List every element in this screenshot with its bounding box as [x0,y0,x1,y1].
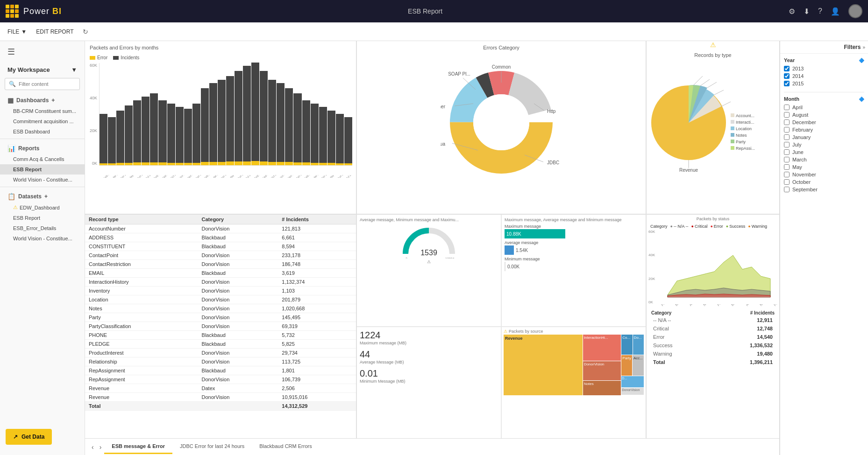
bar-group [285,88,293,165]
tab-jdbc-error[interactable]: JDBC Error for last 24 hours [172,440,252,454]
file-menu[interactable]: FILE ▼ [7,28,27,35]
packets-errors-panel: Packets and Errors by months Error Incid… [85,41,356,214]
datasets-section[interactable]: 📋 Datasets + [0,189,85,202]
month-november[interactable]: November [784,171,864,178]
svg-line-19 [721,102,731,106]
logo-text: Power BI [23,7,62,16]
sidebar-item-dataset-3[interactable]: World Vision - Constitue... [0,233,85,244]
chart1-chart-area: 60K 40K 20K 0K [85,63,356,175]
bar-group [176,107,184,165]
get-data-button[interactable]: ↗ Get Data [6,429,52,445]
metric-min: 0.01 Minimum Message (MB) [360,368,498,384]
hbar-panel: Maximum message, Average message and Min… [502,215,646,326]
packets-status-title: Packets by status [647,215,779,223]
add-dashboard-icon[interactable]: + [51,97,55,104]
legend-error: Error [90,55,107,60]
table-row: CONSTITUENTBlackbaud8,594 [85,242,356,251]
content-wrapper: Packets and Errors by months Error Incid… [85,41,868,455]
month-february[interactable]: February [784,126,864,133]
col-incidents[interactable]: # Incidents [278,215,356,224]
workspace-section[interactable]: My Workspace ▼ [0,63,85,75]
table-row: ContactPointDonorVision233,178 [85,251,356,260]
year-2013[interactable]: 2013 [784,65,864,72]
bar-group [336,114,344,165]
month-september[interactable]: September [784,186,864,193]
tab-blackbaud[interactable]: Blackbaud CRM Errors [252,440,319,454]
bar-group [158,100,166,165]
search-input[interactable] [19,81,76,87]
table-row: AccountNumberDonorVision121,813 [85,224,356,233]
svg-line-23 [693,76,703,85]
tab-left-arrow[interactable]: ‹ [89,443,97,451]
svg-line-21 [707,82,717,88]
donut-svg: Common Http JDBC Joshua Other SOAP Pl... [441,62,562,183]
col-record-type[interactable]: Record type [85,215,198,224]
bar-group [133,100,141,165]
sidebar-item-report-1[interactable]: ESB Report [0,164,85,175]
bar-group [167,104,175,165]
month-july[interactable]: July [784,141,864,148]
bar-group [142,97,149,165]
sidebar-item-dataset-1[interactable]: ESB Report [0,213,85,223]
month-january[interactable]: January [784,133,864,141]
sidebar-item-dashboard-2[interactable]: ESB Dashboard [0,126,85,137]
bar-group [201,88,209,165]
sidebar-item-dashboard-1[interactable]: Commitment acquisition ... [0,116,85,126]
hamburger-icon[interactable]: ☰ [0,41,85,63]
dashboard-icon: ▦ [7,97,14,104]
svg-text:Http: Http [547,109,556,114]
col-category[interactable]: Category [198,215,278,224]
reports-section[interactable]: 📊 Reports [0,141,85,154]
table-row: Total14,312,529 [85,402,356,411]
top-nav: Power BI ESB Report ⚙ ⬇ ? 👤 [0,0,868,22]
svg-text:Joshua: Joshua [441,141,445,147]
year-clear-icon[interactable]: 🔷 [859,58,864,63]
sidebar-item-dataset-0[interactable]: ⚠EDW_Dashboard [0,202,85,213]
svg-text:10884: 10884 [445,257,455,259]
table-scroll[interactable]: Record type Category # Incidents Account… [85,215,356,438]
chart1-y-labels: 60K 40K 20K 0K [86,63,99,166]
avatar[interactable] [848,4,862,18]
sidebar-item-dashboard-0[interactable]: BB-CRM Constituent sum... [0,106,85,116]
main-layout: ☰ My Workspace ▼ 🔍 ▦ Dashboards + BB-CRM… [0,41,868,455]
max-message-bar: Maximum message 10.88K [505,224,643,238]
sidebar-item-report-2[interactable]: World Vision - Constitue... [0,175,85,185]
sidebar: ☰ My Workspace ▼ 🔍 ▦ Dashboards + BB-CRM… [0,41,85,455]
month-december[interactable]: December [784,119,864,126]
month-august[interactable]: August [784,111,864,119]
user-icon[interactable]: 👤 [831,7,840,16]
month-march[interactable]: March [784,156,864,163]
sidebar-item-report-0[interactable]: Comm Acq & Cancells [0,154,85,164]
month-clear-icon[interactable]: 🔷 [859,97,864,102]
sidebar-item-dataset-2[interactable]: ESB_Error_Details [0,223,85,233]
svg-text:Common: Common [492,64,511,70]
bar-group [243,66,251,165]
dashboards-section[interactable]: ▦ Dashboards + [0,93,85,106]
gauge-svg: 1539 2 10884 [398,224,459,259]
tab-esb-message[interactable]: ESB message & Error [104,440,172,454]
tab-right-arrow[interactable]: › [97,443,105,451]
edit-report-button[interactable]: EDIT REPORT [36,28,73,35]
year-2014[interactable]: 2014 [784,72,864,80]
errors-category-panel: Errors Category Common [357,41,646,214]
download-icon[interactable]: ⬇ [804,7,810,16]
bar-group [277,83,285,165]
month-april[interactable]: April [784,104,864,111]
year-2015[interactable]: 2015 [784,80,864,87]
month-june[interactable]: June [784,148,864,156]
month-may[interactable]: May [784,163,864,171]
add-dataset-icon[interactable]: + [44,193,48,200]
filters-header[interactable]: Filters » [780,41,868,54]
table-row: RepAssignmentBlackbaud1,801 [85,366,356,375]
filters-title: Filters [844,44,861,50]
month-october[interactable]: October [784,178,864,186]
treemap-warning-icon: ⚠ [504,329,507,334]
refresh-icon[interactable]: ↻ [83,28,88,35]
bar-group [226,76,234,165]
table-row: PLEDGEBlackbaud5,825 [85,340,356,349]
metrics-panel: 1224 Maximum message (MB) 44 Average Mes… [357,327,501,439]
top-nav-icons: ⚙ ⬇ ? 👤 [789,4,862,18]
bar-group [251,63,259,165]
settings-icon[interactable]: ⚙ [789,7,795,16]
help-icon[interactable]: ? [818,7,822,15]
